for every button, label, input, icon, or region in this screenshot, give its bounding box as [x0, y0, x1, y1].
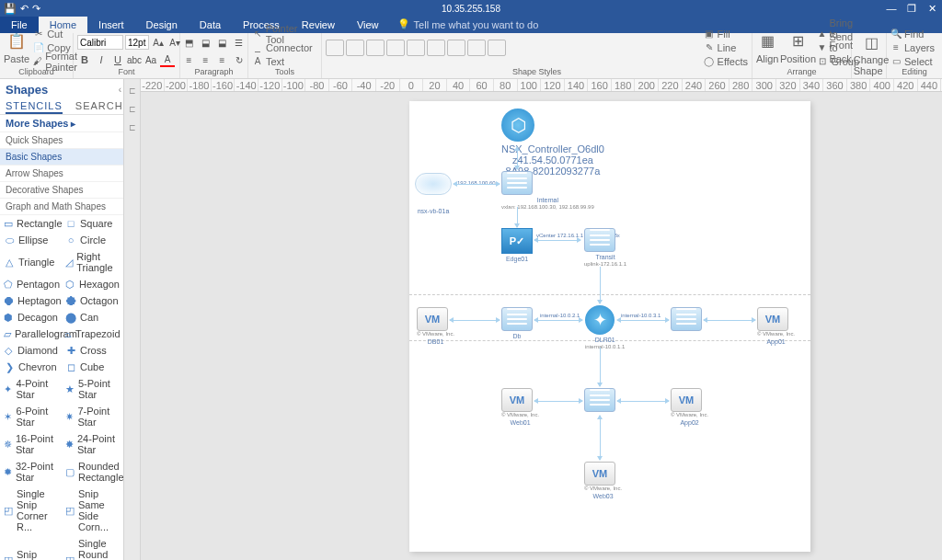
internal-switch[interactable]: [501, 171, 533, 195]
text-highlight-button[interactable]: Aa: [144, 52, 158, 67]
paste-button[interactable]: 📋Paste: [4, 31, 29, 64]
inc-font-icon[interactable]: A▴: [151, 35, 166, 50]
shape-icon: ⬭: [4, 234, 15, 246]
align-left-icon[interactable]: ≡: [182, 52, 197, 67]
shape-item[interactable]: ⯄Octagon: [62, 292, 123, 309]
align-center-icon[interactable]: ≡: [199, 52, 213, 67]
canvas[interactable]: -220-200-180-160-140-120-100-80-60-40-20…: [141, 79, 942, 560]
transit-switch[interactable]: [584, 228, 615, 252]
shape-item[interactable]: ❯Chevron: [0, 359, 62, 375]
font-size-input[interactable]: [125, 35, 149, 50]
tab-insert[interactable]: Insert: [87, 17, 135, 33]
extra-vm[interactable]: VM: [584, 462, 615, 486]
app-vm[interactable]: VM: [757, 307, 788, 331]
tab-search[interactable]: SEARCH: [75, 100, 123, 114]
app-switch[interactable]: [671, 307, 702, 331]
cat-quick[interactable]: Quick Shapes: [0, 132, 123, 149]
align-mid-icon[interactable]: ⬓: [199, 35, 213, 50]
shape-item[interactable]: ✶6-Point Star: [0, 403, 62, 430]
shape-item[interactable]: ⯃Heptagon: [0, 292, 62, 309]
shape-item[interactable]: ✷7-Point Star: [62, 403, 123, 430]
align-button[interactable]: ▦Align: [756, 31, 778, 64]
font-name-input[interactable]: [77, 35, 123, 50]
cloud-icon[interactable]: [415, 173, 452, 195]
app2-vm[interactable]: VM: [671, 388, 702, 412]
cat-graph[interactable]: Graph and Math Shapes: [0, 199, 123, 215]
shape-item[interactable]: ✸24-Point Star: [62, 430, 123, 458]
effects-button[interactable]: ◯Effects: [704, 55, 748, 67]
web-switch[interactable]: [584, 388, 615, 412]
shape-item[interactable]: ◿Right Triangle: [62, 248, 123, 276]
line-button[interactable]: ✎Line: [704, 41, 748, 53]
web-vm[interactable]: VM: [501, 388, 533, 412]
shape-item[interactable]: ◰Single Round Corner Rect...: [62, 535, 123, 560]
cut-button[interactable]: ✂Cut: [33, 28, 79, 40]
close-button[interactable]: ✕: [925, 3, 938, 15]
fill-button[interactable]: ▣Fill: [704, 28, 748, 40]
rotate-icon[interactable]: ↻: [232, 52, 247, 67]
change-shape-button[interactable]: ◫Change Shape: [856, 32, 887, 76]
italic-button[interactable]: I: [94, 52, 109, 67]
shape-item[interactable]: ⬭Ellipse: [0, 232, 62, 248]
bullets-icon[interactable]: ☰: [232, 35, 247, 50]
format-painter-button[interactable]: 🖌Format Painter: [33, 55, 79, 67]
shape-item[interactable]: ⬤Can: [62, 309, 123, 326]
layers-button[interactable]: ≡Layers: [890, 41, 935, 53]
redo-icon[interactable]: ↷: [32, 3, 40, 15]
tab-stencils[interactable]: STENCILS: [6, 100, 63, 114]
shape-item[interactable]: ▭Rectangle: [0, 215, 62, 232]
align-top-icon[interactable]: ⬒: [182, 35, 197, 50]
controller-icon[interactable]: [501, 109, 534, 142]
divider[interactable]: ⊏⊏⊏: [124, 79, 141, 560]
cat-basic[interactable]: Basic Shapes: [0, 149, 123, 166]
group-label: Tools: [252, 67, 317, 76]
collapse-icon[interactable]: ‹: [119, 85, 121, 95]
find-icon: 🔍: [890, 29, 902, 40]
maximize-button[interactable]: ❐: [905, 3, 918, 15]
font-color-button[interactable]: A: [160, 52, 175, 67]
select-button[interactable]: ▭Select: [890, 55, 935, 67]
tab-design[interactable]: Design: [135, 17, 189, 33]
shape-item[interactable]: ✦4-Point Star: [0, 375, 62, 403]
shape-item[interactable]: ◇Diamond: [0, 342, 62, 359]
undo-icon[interactable]: ↶: [20, 3, 29, 15]
style-gallery[interactable]: [326, 40, 506, 56]
underline-button[interactable]: U: [110, 52, 125, 67]
pointer-tool[interactable]: ↖Pointer Tool: [252, 28, 317, 40]
align-bot-icon[interactable]: ⬓: [215, 35, 230, 50]
shape-item[interactable]: △Triangle: [0, 248, 62, 276]
shape-item[interactable]: ▱Parallelogram: [0, 326, 62, 342]
dlr-router[interactable]: [585, 305, 615, 335]
shape-item[interactable]: ⬠Pentagon: [0, 276, 62, 292]
db-switch[interactable]: [501, 307, 533, 331]
text-tool[interactable]: AText: [252, 55, 317, 67]
shape-item[interactable]: ★5-Point Star: [62, 375, 123, 403]
shape-item[interactable]: ◰Snip Same Side Corn...: [62, 486, 123, 535]
shape-item[interactable]: ✵16-Point Star: [0, 430, 62, 458]
shape-item[interactable]: ○Circle: [62, 232, 123, 248]
minimize-button[interactable]: —: [885, 3, 898, 15]
align-right-icon[interactable]: ≡: [215, 52, 230, 67]
strike-button[interactable]: abc: [127, 52, 142, 67]
shape-item[interactable]: ⬡Hexagon: [62, 276, 123, 292]
shape-item[interactable]: ▢Rounded Rectangle: [62, 458, 123, 486]
shape-item[interactable]: ◰Snip Diagon...: [0, 535, 62, 560]
more-shapes[interactable]: More Shapes ▸: [0, 115, 123, 132]
shape-item[interactable]: ◻Cube: [62, 359, 123, 375]
cat-arrow[interactable]: Arrow Shapes: [0, 166, 123, 182]
shape-item[interactable]: ◰Single Snip Corner R...: [0, 486, 62, 535]
position-button[interactable]: ⊞Position: [782, 31, 813, 64]
connector-tool[interactable]: ⎯Connector: [252, 41, 317, 53]
tab-data[interactable]: Data: [189, 17, 232, 33]
edge-node[interactable]: P✓: [501, 228, 533, 254]
db-vm[interactable]: VM: [417, 307, 448, 331]
shape-item[interactable]: ⬢Decagon: [0, 309, 62, 326]
shape-item[interactable]: ✹32-Point Star: [0, 458, 62, 486]
bold-button[interactable]: B: [77, 52, 92, 67]
shape-item[interactable]: □Square: [62, 215, 123, 232]
shape-item[interactable]: ✚Cross: [62, 342, 123, 359]
save-icon[interactable]: 💾: [4, 3, 17, 15]
cat-decorative[interactable]: Decorative Shapes: [0, 182, 123, 199]
shape-item[interactable]: ⏢Trapezoid: [62, 326, 123, 342]
find-button[interactable]: 🔍Find: [890, 28, 935, 40]
